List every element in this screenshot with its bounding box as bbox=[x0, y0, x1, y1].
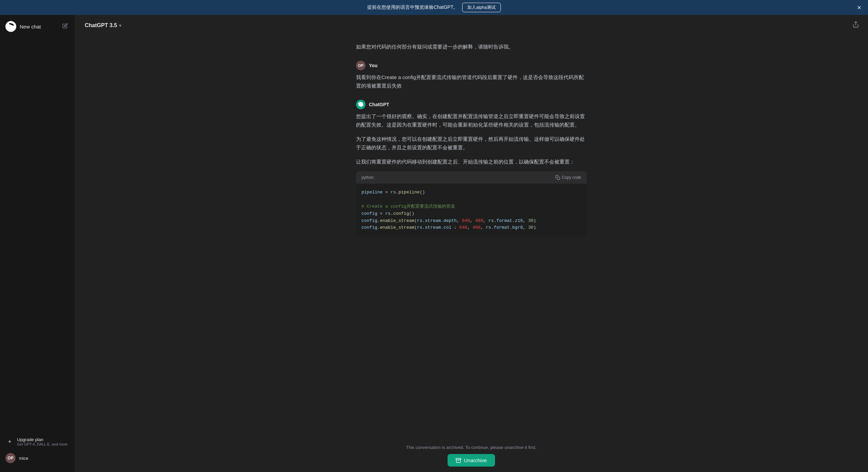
upgrade-text-area: Upgrade plan Get GPT-4, DALL·E, and more bbox=[17, 437, 67, 446]
user-avatar: OP bbox=[5, 453, 16, 463]
sidebar-header: New chat bbox=[3, 18, 72, 35]
code-line-blank bbox=[361, 196, 581, 203]
code-block: python Copy code pipel bbox=[356, 171, 587, 237]
messages-container: OP You 我看到你在Create a config并配置要流式传输的管道代码… bbox=[349, 61, 593, 237]
main-layout: New chat ✦ Upgrade plan Get GPT-4, DALL·… bbox=[0, 15, 868, 472]
unarchive-button[interactable]: Unarchive bbox=[448, 454, 495, 467]
code-line-1: pipeline = rs.pipeline() bbox=[361, 189, 581, 196]
chat-bottom: This conversation is archived. To contin… bbox=[75, 439, 868, 472]
user-message-avatar: OP bbox=[356, 61, 366, 70]
intro-continuation: 如果您对代码的任何部分有疑问或需要进一步的解释，请随时告诉我。 bbox=[349, 42, 593, 51]
user-message-text: 我看到你在Create a config并配置要流式传输的管道代码段后重置了硬件… bbox=[356, 73, 587, 90]
content-area: ChatGPT 3.5 ▾ 如果您对代码的任何部分有疑问或需要进一步的解释，请随… bbox=[75, 15, 868, 472]
code-line-5: config.enable_stream(rs.stream.col ↓ 640… bbox=[361, 224, 581, 231]
user-message: OP You 我看到你在Create a config并配置要流式传输的管道代码… bbox=[356, 61, 587, 90]
new-chat-edit-button[interactable] bbox=[61, 22, 69, 31]
code-line-3: config = rs.config() bbox=[361, 210, 581, 218]
upgrade-icon: ✦ bbox=[5, 438, 14, 446]
model-name-label: ChatGPT 3.5 bbox=[85, 22, 117, 29]
code-block-header: python Copy code bbox=[356, 171, 587, 184]
copy-code-button[interactable]: Copy code bbox=[555, 175, 581, 180]
archived-notice: This conversation is archived. To contin… bbox=[406, 445, 537, 450]
user-sender-label: You bbox=[369, 63, 377, 68]
share-button[interactable] bbox=[850, 19, 861, 32]
upgrade-sub-label: Get GPT-4, DALL·E, and more bbox=[17, 442, 67, 446]
banner-close-button[interactable]: × bbox=[857, 4, 861, 11]
upgrade-plan-item[interactable]: ✦ Upgrade plan Get GPT-4, DALL·E, and mo… bbox=[3, 434, 72, 450]
content-topbar: ChatGPT 3.5 ▾ bbox=[75, 15, 868, 36]
banner-content: 提前在您使用的语言中预览体验ChatGPT。 加入alpha测试 bbox=[367, 3, 501, 12]
chatgpt-logo-icon bbox=[5, 21, 16, 32]
code-line-4: config.enable_stream(rs.stream.depth, 64… bbox=[361, 218, 581, 225]
banner-text: 提前在您使用的语言中预览体验ChatGPT。 bbox=[367, 4, 458, 11]
assistant-message-avatar bbox=[356, 100, 366, 109]
svg-rect-2 bbox=[456, 458, 461, 459]
user-menu-item[interactable]: OP mice bbox=[3, 450, 72, 467]
assistant-sender-label: ChatGPT bbox=[369, 102, 389, 107]
svg-rect-1 bbox=[557, 177, 560, 180]
chat-messages[interactable]: 如果您对代码的任何部分有疑问或需要进一步的解释，请随时告诉我。 OP You 我… bbox=[75, 36, 868, 439]
alpha-join-button[interactable]: 加入alpha测试 bbox=[462, 3, 501, 12]
code-lang-label: python bbox=[361, 174, 374, 181]
sidebar-new-chat-label: New chat bbox=[20, 24, 41, 30]
unarchive-label: Unarchive bbox=[464, 457, 487, 463]
user-message-header: OP You bbox=[356, 61, 587, 70]
code-line-comment: # Create a config并配置要流式传输的管道 bbox=[361, 203, 581, 210]
assistant-para-1: 您提出了一个很好的观察。确实，在创建配置并配置流传输管道之后立即重置硬件可能会导… bbox=[356, 112, 587, 129]
assistant-message-header: ChatGPT bbox=[356, 100, 587, 109]
code-content: pipeline = rs.pipeline() # Create a conf… bbox=[356, 184, 587, 237]
assistant-message-text: 您提出了一个很好的观察。确实，在创建配置并配置流传输管道之后立即重置硬件可能会导… bbox=[356, 112, 587, 237]
assistant-para-3: 让我们将重置硬件的代码移动到创建配置之后、开始流传输之前的位置，以确保配置不会被… bbox=[356, 157, 587, 166]
sidebar: New chat ✦ Upgrade plan Get GPT-4, DALL·… bbox=[0, 15, 75, 472]
sidebar-footer: ✦ Upgrade plan Get GPT-4, DALL·E, and mo… bbox=[3, 431, 72, 469]
chevron-down-icon: ▾ bbox=[119, 23, 121, 28]
top-banner: 提前在您使用的语言中预览体验ChatGPT。 加入alpha测试 × bbox=[0, 0, 868, 15]
assistant-message: ChatGPT 您提出了一个很好的观察。确实，在创建配置并配置流传输管道之后立即… bbox=[356, 100, 587, 237]
user-name-label: mice bbox=[19, 456, 28, 461]
model-selector[interactable]: ChatGPT 3.5 ▾ bbox=[81, 20, 125, 31]
assistant-para-2: 为了避免这种情况，您可以在创建配置之后立即重置硬件，然后再开始流传输。这样做可以… bbox=[356, 135, 587, 152]
sidebar-logo-area[interactable]: New chat bbox=[5, 21, 41, 32]
upgrade-label: Upgrade plan bbox=[17, 437, 67, 442]
